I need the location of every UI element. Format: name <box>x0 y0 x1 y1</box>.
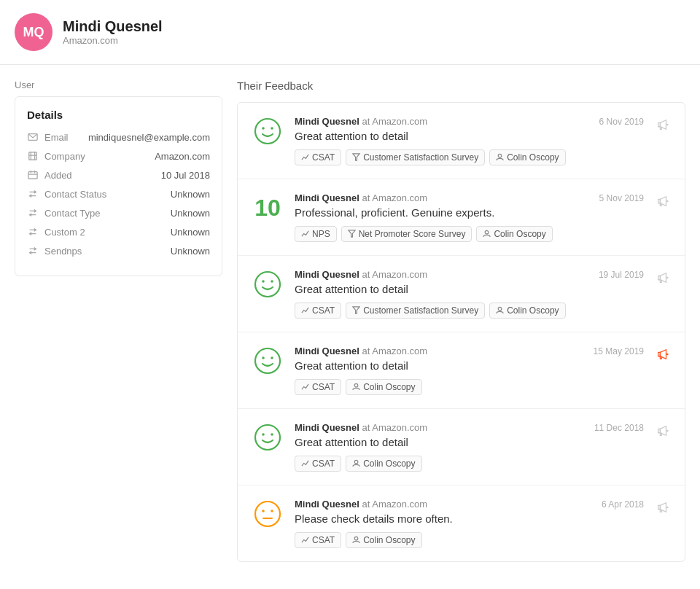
feedback-tag[interactable]: Colin Oscopy <box>476 226 552 242</box>
svg-point-27 <box>354 383 358 387</box>
tag-label: Colin Oscopy <box>363 535 415 545</box>
feedback-tag[interactable]: Colin Oscopy <box>489 303 565 319</box>
feedback-tags: CSAT Colin Oscopy <box>295 456 644 472</box>
feedback-meta: Mindi Quesnel at Amazon.com 15 May 2019 <box>295 346 644 356</box>
detail-row: Contact Status Unknown <box>27 188 210 200</box>
svg-rect-1 <box>29 152 37 160</box>
switch-icon <box>27 226 39 238</box>
megaphone-icon[interactable] <box>656 117 670 132</box>
feedback-tags: NPS Net Promoter Score Survey Colin Osco… <box>295 226 644 242</box>
svg-point-28 <box>666 354 669 356</box>
feedback-meta: Mindi Quesnel at Amazon.com 6 Apr 2018 <box>295 499 644 510</box>
feedback-date: 5 Nov 2019 <box>599 193 644 203</box>
feedback-tag[interactable]: Colin Oscopy <box>489 149 565 165</box>
feedback-meta: Mindi Quesnel at Amazon.com 11 Dec 2018 <box>295 422 644 433</box>
user-icon <box>352 536 360 545</box>
feedback-body: Mindi Quesnel at Amazon.com 15 May 2019 … <box>295 346 644 395</box>
svg-point-19 <box>262 280 265 283</box>
feedback-user: Mindi Quesnel at Amazon.com <box>295 116 427 127</box>
feedback-date: 19 Jul 2019 <box>599 270 644 280</box>
feedback-tag[interactable]: CSAT <box>295 379 341 395</box>
svg-point-35 <box>262 510 265 512</box>
svg-point-39 <box>666 507 669 509</box>
feedback-tag[interactable]: Colin Oscopy <box>346 379 421 395</box>
feedback-tag[interactable]: Net Promoter Score Survey <box>341 226 472 242</box>
feedback-date: 6 Apr 2018 <box>602 499 644 510</box>
nps-score: 10 <box>254 196 281 219</box>
megaphone-icon[interactable] <box>656 347 670 362</box>
detail-label: Company <box>44 151 155 162</box>
megaphone-icon[interactable] <box>656 500 670 515</box>
filter-icon <box>352 306 360 316</box>
feedback-tag[interactable]: CSAT <box>295 532 341 548</box>
tag-label: NPS <box>312 229 330 239</box>
feedback-user: Mindi Quesnel at Amazon.com <box>295 346 427 356</box>
feedback-company: at Amazon.com <box>362 499 427 510</box>
feedback-meta: Mindi Quesnel at Amazon.com 6 Nov 2019 <box>295 116 644 127</box>
nps-score-icon: 10 <box>252 192 283 223</box>
feedback-tag[interactable]: Colin Oscopy <box>346 456 421 472</box>
feedback-body: Mindi Quesnel at Amazon.com 5 Nov 2019 P… <box>295 192 644 242</box>
megaphone-icon[interactable] <box>656 194 670 208</box>
svg-point-18 <box>255 272 280 297</box>
svg-point-24 <box>255 348 280 373</box>
tag-label: CSAT <box>312 535 335 545</box>
main-layout: User Details Email mindiquesnel@example.… <box>0 65 700 577</box>
user-icon <box>352 383 360 392</box>
feedback-user: Mindi Quesnel at Amazon.com <box>295 422 427 433</box>
feedback-tag[interactable]: CSAT <box>295 149 341 165</box>
tag-label: Colin Oscopy <box>507 152 559 163</box>
svg-point-34 <box>255 502 280 526</box>
feedback-item: Mindi Quesnel at Amazon.com 6 Apr 2018 P… <box>238 485 685 561</box>
feedback-text: Great attention to detail <box>295 130 644 142</box>
feedback-tag[interactable]: CSAT <box>295 456 341 472</box>
avatar: MQ <box>15 13 52 51</box>
feedback-tags: CSAT Customer Satisfaction Survey Colin … <box>295 149 644 165</box>
feedback-meta: Mindi Quesnel at Amazon.com 5 Nov 2019 <box>295 192 644 203</box>
feedback-tag[interactable]: CSAT <box>295 303 341 319</box>
tag-label: Net Promoter Score Survey <box>359 229 466 239</box>
svg-point-9 <box>255 119 280 144</box>
detail-row: Added 10 Jul 2018 <box>27 169 210 181</box>
feedback-item: Mindi Quesnel at Amazon.com 15 May 2019 … <box>238 332 685 409</box>
svg-point-20 <box>271 280 273 283</box>
filter-icon <box>352 153 360 163</box>
svg-point-29 <box>255 425 280 450</box>
feedback-item: Mindi Quesnel at Amazon.com 19 Jul 2019 … <box>238 256 685 332</box>
detail-label: Contact Type <box>44 208 171 219</box>
detail-value: 10 Jul 2018 <box>161 170 210 181</box>
header-info: Mindi Quesnel Amazon.com <box>63 18 163 46</box>
svg-marker-12 <box>353 153 359 160</box>
switch-icon <box>27 245 39 257</box>
feedback-text: Great attention to detail <box>295 283 644 295</box>
svg-point-26 <box>271 356 273 359</box>
megaphone-icon[interactable] <box>656 424 670 438</box>
feedback-tag[interactable]: Customer Satisfaction Survey <box>346 303 485 319</box>
sidebar: User Details Email mindiquesnel@example.… <box>15 79 222 276</box>
feedback-tag[interactable]: Customer Satisfaction Survey <box>346 149 485 165</box>
detail-value: mindiquesnel@example.com <box>88 132 210 143</box>
feedback-tags: CSAT Colin Oscopy <box>295 532 644 548</box>
feedback-company: at Amazon.com <box>362 192 427 203</box>
calendar-icon <box>27 169 39 181</box>
svg-point-36 <box>271 510 273 512</box>
user-icon <box>352 459 360 469</box>
chart-icon <box>301 306 309 316</box>
smiley-icon <box>252 422 283 453</box>
feedback-tag[interactable]: Colin Oscopy <box>346 532 421 548</box>
svg-point-10 <box>262 127 265 130</box>
detail-value: Unknown <box>171 189 210 200</box>
chart-icon <box>301 230 309 239</box>
feedback-item: Mindi Quesnel at Amazon.com 11 Dec 2018 … <box>238 409 685 485</box>
detail-row: Sendnps Unknown <box>27 245 210 257</box>
feedback-user: Mindi Quesnel at Amazon.com <box>295 192 427 203</box>
feedback-tag[interactable]: NPS <box>295 226 337 242</box>
svg-marker-15 <box>349 230 355 236</box>
svg-marker-21 <box>353 306 359 313</box>
svg-rect-5 <box>28 172 37 179</box>
svg-point-13 <box>498 154 502 157</box>
tag-label: Colin Oscopy <box>363 382 415 392</box>
filter-icon <box>348 230 356 239</box>
megaphone-icon[interactable] <box>656 270 670 285</box>
switch-icon <box>27 188 39 200</box>
